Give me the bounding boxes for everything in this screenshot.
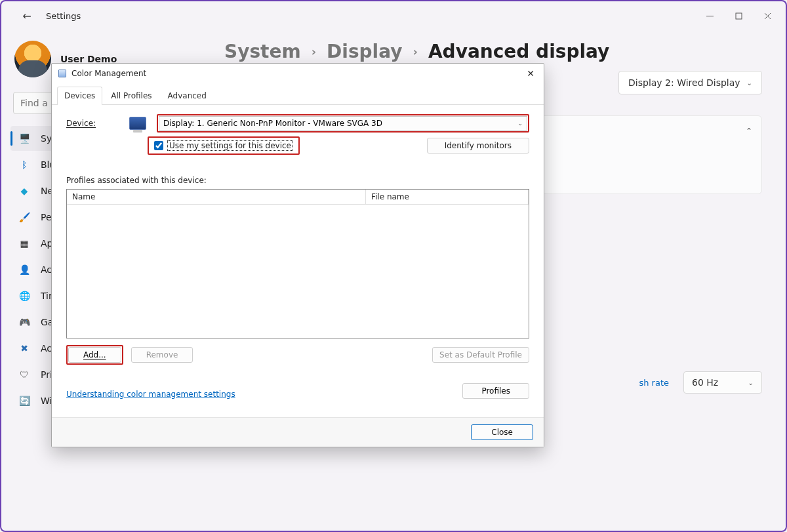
chevron-right-icon: › (312, 45, 316, 58)
breadcrumb: System › Display › Advanced display (224, 41, 762, 62)
update-icon: 🔄 (18, 395, 30, 407)
profiles-header-row: Name File name (67, 190, 529, 205)
brush-icon: 🖌️ (18, 211, 30, 223)
column-header-filename[interactable]: File name (366, 190, 529, 205)
close-window-button[interactable] (753, 6, 782, 26)
bluetooth-icon: ᛒ (18, 159, 30, 171)
set-default-profile-button: Set as Default Profile (432, 347, 529, 363)
tab-all-profiles[interactable]: All Profiles (104, 87, 159, 105)
add-profile-button[interactable]: Add... (68, 347, 121, 363)
monitor-icon (128, 114, 148, 133)
tab-devices[interactable]: Devices (57, 87, 102, 105)
globe-icon: 🌐 (18, 290, 30, 302)
back-button[interactable]: ← (17, 6, 37, 26)
refresh-rate-select[interactable]: 60 Hz ⌄ (683, 371, 762, 394)
profiles-list-label: Profiles associated with this device: (66, 176, 529, 185)
apps-icon: ▦ (18, 237, 30, 249)
refresh-rate-row: sh rate 60 Hz ⌄ (639, 371, 762, 394)
use-my-settings-label[interactable]: Use my settings for this device (167, 140, 293, 151)
minimize-button[interactable] (695, 6, 724, 26)
dialog-close-ok-button[interactable]: Close (471, 424, 533, 440)
profiles-listview[interactable]: Name File name (66, 189, 529, 338)
color-management-icon (57, 68, 68, 79)
chevron-right-icon: › (413, 45, 418, 58)
refresh-rate-value: 60 Hz (692, 377, 718, 388)
breadcrumb-display[interactable]: Display (327, 41, 402, 62)
chevron-down-icon: ⌄ (748, 379, 754, 386)
add-button-highlight: Add... (66, 345, 123, 365)
chevron-down-icon: ⌄ (517, 120, 523, 127)
accessibility-icon: ✖ (18, 342, 30, 354)
chevron-up-icon[interactable]: ⌃ (746, 127, 752, 136)
shield-icon: 🛡 (18, 369, 30, 380)
display-icon: 🖥️ (18, 133, 30, 144)
remove-profile-button: Remove (131, 347, 193, 363)
dialog-footer: Close (52, 417, 544, 447)
identify-monitors-button[interactable]: Identify monitors (427, 138, 529, 153)
maximize-button[interactable] (724, 6, 753, 26)
wifi-icon: ◆ (18, 185, 30, 197)
use-settings-highlight: Use my settings for this device (148, 136, 300, 155)
device-label: Device: (66, 119, 119, 128)
avatar (14, 41, 51, 77)
use-my-settings-checkbox[interactable] (154, 141, 163, 150)
display-selector-label: Display 2: Wired Display (628, 77, 740, 88)
display-selector[interactable]: Display 2: Wired Display ⌄ (618, 71, 762, 94)
device-select[interactable]: Display: 1. Generic Non-PnP Monitor - VM… (159, 116, 527, 131)
window-title: Settings (46, 11, 81, 21)
svg-rect-1 (736, 13, 742, 19)
chevron-down-icon: ⌄ (747, 79, 752, 87)
device-select-value: Display: 1. Generic Non-PnP Monitor - VM… (163, 119, 382, 128)
column-header-name[interactable]: Name (67, 190, 366, 205)
tab-advanced[interactable]: Advanced (161, 87, 214, 105)
gamepad-icon: 🎮 (18, 316, 30, 328)
titlebar: ← Settings (1, 1, 786, 30)
device-select-highlight: Display: 1. Generic Non-PnP Monitor - VM… (157, 114, 529, 133)
refresh-rate-link[interactable]: sh rate (639, 378, 669, 388)
dialog-tabs: Devices All Profiles Advanced (52, 86, 544, 105)
person-icon: 👤 (18, 264, 30, 276)
dialog-title: Color Management (71, 69, 146, 78)
help-link[interactable]: Understanding color management settings (66, 390, 235, 399)
dialog-close-button[interactable]: ✕ (521, 66, 540, 81)
profiles-button[interactable]: Profiles (462, 383, 529, 399)
breadcrumb-system[interactable]: System (224, 41, 301, 62)
dialog-titlebar[interactable]: Color Management ✕ (52, 64, 544, 83)
color-management-dialog: Color Management ✕ Devices All Profiles … (51, 63, 544, 447)
breadcrumb-current: Advanced display (428, 41, 609, 62)
